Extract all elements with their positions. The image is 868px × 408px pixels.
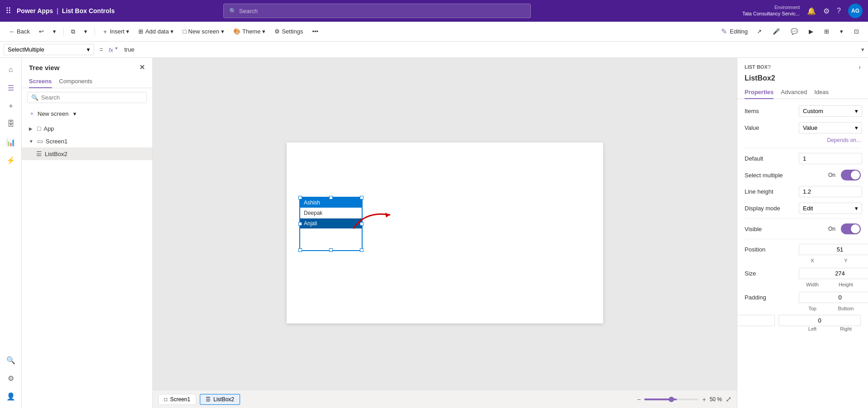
comment-button[interactable]: 💬 xyxy=(787,26,802,37)
editing-indicator: ✎ Editing xyxy=(721,27,748,36)
tree-search[interactable]: 🔍 xyxy=(27,92,147,103)
add-data-button[interactable]: ⊞ Add data ▾ xyxy=(135,26,177,37)
user-icon-btn[interactable]: 👤 xyxy=(3,388,19,404)
search-icon-btn[interactable]: 🔍 xyxy=(3,352,19,368)
tree-view-title: Tree view xyxy=(29,64,60,71)
resize-handle-bm[interactable] xyxy=(329,248,333,252)
zoom-slider[interactable] xyxy=(644,399,698,400)
tab-ideas[interactable]: Ideas xyxy=(814,86,829,99)
list-item[interactable]: ▼ ▭ Screen1 ••• xyxy=(22,135,152,147)
theme-button[interactable]: 🎨 Theme ▾ xyxy=(230,26,269,37)
top-bar: ⠿ Power Apps | List Box Controls 🔍 Envir… xyxy=(0,0,868,22)
resize-handle-bl[interactable] xyxy=(298,248,302,252)
line-height-input[interactable] xyxy=(799,186,862,197)
global-search[interactable]: 🔍 xyxy=(223,4,531,18)
settings-left-icon-btn[interactable]: ⚙ xyxy=(3,370,19,386)
tab-advanced[interactable]: Advanced xyxy=(781,86,807,99)
settings-icon[interactable]: ⚙ xyxy=(823,7,830,15)
help-icon[interactable]: ? xyxy=(837,7,841,15)
tab-properties[interactable]: Properties xyxy=(745,86,774,99)
insert-button[interactable]: ＋ Insert ▾ xyxy=(99,26,133,38)
publish-button[interactable]: ⊡ xyxy=(850,26,863,37)
listbox-tab[interactable]: ☰ ListBox2 xyxy=(200,394,240,405)
size-width-input[interactable] xyxy=(799,268,868,279)
data-icon-btn[interactable]: 🗄 xyxy=(3,116,19,132)
play-button[interactable]: ▶ xyxy=(805,26,817,37)
more-button[interactable]: ••• xyxy=(308,26,322,37)
settings-button[interactable]: ⚙ Settings xyxy=(271,26,307,37)
panel-collapse-icon[interactable]: › xyxy=(859,63,861,71)
search-input[interactable] xyxy=(239,8,525,14)
resize-handle-ml[interactable] xyxy=(298,222,302,226)
property-dropdown[interactable]: SelectMultiple ▾ xyxy=(4,44,94,55)
tab-screens[interactable]: Screens xyxy=(29,75,52,88)
select-multiple-state-label: On xyxy=(828,172,835,178)
waffle-icon[interactable]: ⠿ xyxy=(5,6,11,16)
notification-icon[interactable]: 🔔 xyxy=(807,7,816,15)
avatar[interactable]: AG xyxy=(848,4,863,18)
padding-left-input[interactable] xyxy=(737,315,775,326)
help-icon[interactable]: ? xyxy=(768,64,771,71)
padding-top-input[interactable] xyxy=(799,292,868,303)
items-dropdown[interactable]: Custom ▾ xyxy=(799,105,862,117)
tree-search-input[interactable] xyxy=(41,94,143,101)
position-x-input[interactable] xyxy=(799,244,868,255)
visible-toggle-knob xyxy=(851,224,860,233)
resize-handle-mr[interactable] xyxy=(360,222,363,226)
zoom-out-button[interactable]: − xyxy=(637,396,641,403)
select-multiple-toggle[interactable] xyxy=(841,170,861,180)
close-icon[interactable]: ✕ xyxy=(139,63,145,71)
display-mode-dropdown[interactable]: Edit ▾ xyxy=(799,203,862,214)
zoom-expand-button[interactable]: ⤢ xyxy=(726,395,731,403)
layers-icon-btn[interactable]: ☰ xyxy=(3,80,19,96)
listbox-item[interactable]: Anjali xyxy=(300,218,362,229)
mic-button[interactable]: 🎤 xyxy=(769,26,783,37)
padding-top-bottom xyxy=(799,292,868,303)
value-dropdown[interactable]: Value ▾ xyxy=(799,122,862,133)
padding-right-input[interactable] xyxy=(778,315,861,326)
zoom-controls: − + 50 % ⤢ xyxy=(637,395,731,403)
theme-chevron: ▾ xyxy=(262,28,265,35)
formula-input[interactable] xyxy=(121,46,858,53)
back-button[interactable]: ← Back xyxy=(5,26,33,37)
select-multiple-value: On xyxy=(799,170,861,180)
resize-handle-tm[interactable] xyxy=(329,196,333,199)
undo-dropdown[interactable]: ▾ xyxy=(49,26,60,37)
depends-on-link[interactable]: Depends on... xyxy=(745,136,861,146)
formula-chevron[interactable]: ▾ xyxy=(861,46,864,53)
canvas-area: Ashish Deepak Anjali □ xyxy=(153,58,737,408)
listbox2-label: ListBox2 xyxy=(45,151,135,157)
top-label: Top xyxy=(797,306,827,311)
width-label: Width xyxy=(797,282,827,287)
copy-dropdown[interactable]: ▾ xyxy=(80,26,91,37)
new-screen-btn[interactable]: ＋ New screen ▾ xyxy=(22,107,152,120)
resize-handle-tl[interactable] xyxy=(298,196,302,199)
screen-tab[interactable]: □ Screen1 xyxy=(158,394,196,405)
layout-dropdown[interactable]: ▾ xyxy=(836,26,847,37)
listbox-icon: ☰ xyxy=(36,150,42,157)
expander-icon: ▼ xyxy=(29,139,34,144)
tab-components[interactable]: Components xyxy=(59,75,93,88)
layout-button[interactable]: ⊞ xyxy=(821,26,833,37)
visible-toggle[interactable] xyxy=(841,223,861,234)
insert-icon-btn[interactable]: ＋ xyxy=(3,98,19,114)
analytics-icon-btn[interactable]: 📊 xyxy=(3,134,19,150)
share-button[interactable]: ↗ xyxy=(753,26,765,37)
list-item[interactable]: ▶ □ App ••• xyxy=(22,122,152,135)
new-screen-button[interactable]: □ New screen ▾ xyxy=(179,26,228,37)
position-label: Position xyxy=(745,246,799,253)
list-item[interactable]: ☰ ListBox2 ••• xyxy=(22,147,152,160)
zoom-in-button[interactable]: + xyxy=(702,396,706,403)
resize-handle-tr[interactable] xyxy=(360,196,363,199)
tree-header: Tree view ✕ xyxy=(22,58,152,75)
dropdown-chevron: ▾ xyxy=(87,46,90,53)
listbox-control[interactable]: Ashish Deepak Anjali xyxy=(299,197,363,251)
home-icon-btn[interactable]: ⌂ xyxy=(3,62,19,78)
default-input[interactable] xyxy=(799,153,862,164)
undo-button[interactable]: ↩ xyxy=(35,26,47,37)
listbox-item[interactable]: Deepak xyxy=(300,208,362,218)
items-dropdown-chevron: ▾ xyxy=(855,108,858,114)
power-automate-icon-btn[interactable]: ⚡ xyxy=(3,152,19,168)
resize-handle-br[interactable] xyxy=(360,248,363,252)
copy-button[interactable]: ⧉ xyxy=(67,26,79,37)
